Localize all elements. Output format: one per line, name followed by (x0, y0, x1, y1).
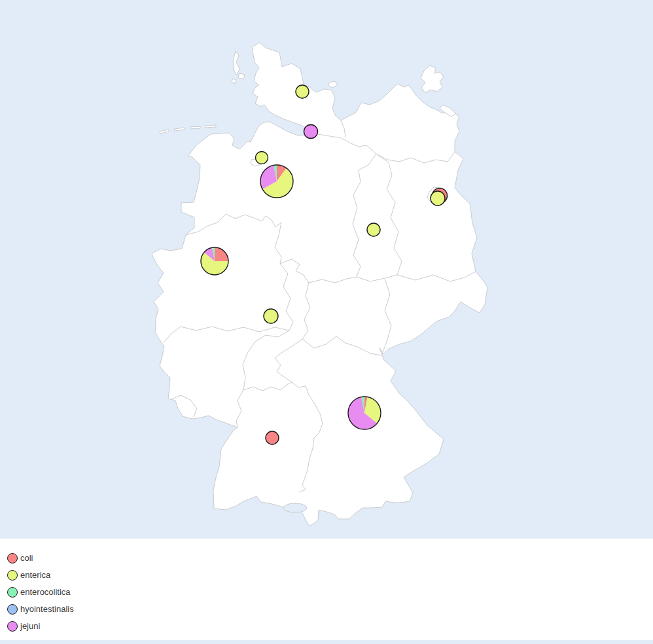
legend-item-enterocolitica: enterocolitica (7, 584, 653, 601)
island-east-frisian-4 (205, 125, 216, 128)
legend-label: coli (20, 553, 33, 564)
germany-map (0, 0, 653, 539)
legend-label: enterica (20, 570, 50, 581)
pie-berlin-enterica[interactable] (431, 191, 445, 206)
water-background: { "theme": { "water_color": "#E1ECF8", "… (0, 0, 653, 644)
pie-slice-enterica (431, 191, 445, 206)
germany-mainland (152, 43, 487, 526)
jejuni-swatch-icon (7, 621, 18, 632)
pie-slice-enterica (367, 223, 380, 236)
pie-hesse[interactable] (264, 309, 278, 323)
hyointestinalis-swatch-icon (7, 604, 18, 615)
lake-constance (283, 503, 307, 512)
pie-north-rhine-westphalia[interactable] (201, 247, 228, 275)
coli-swatch-icon (7, 553, 18, 564)
pie-bremen[interactable] (256, 152, 268, 164)
legend-label: hyointestinalis (20, 604, 74, 615)
island-east-frisian-1 (160, 130, 169, 134)
pie-slice-jejuni (304, 125, 318, 139)
legend-item-jejuni: jejuni (7, 618, 653, 635)
island-east-frisian-3 (190, 126, 200, 129)
pie-slice-enterica (256, 152, 268, 164)
enterica-swatch-icon (7, 570, 18, 581)
legend: coli enterica enterocolitica hyointestin… (0, 539, 653, 640)
island-sylt (233, 51, 239, 75)
enterocolitica-swatch-icon (7, 587, 18, 598)
pie-lower-saxony[interactable] (260, 165, 293, 198)
pie-slice-enterica (264, 309, 278, 323)
germany-outline (152, 43, 487, 526)
legend-label: enterocolitica (20, 587, 71, 598)
legend-label: jejuni (20, 621, 40, 632)
legend-item-coli: coli (7, 550, 653, 567)
island-fehmarn (328, 81, 338, 88)
island-amrum (232, 79, 236, 84)
legend-item-enterica: enterica (7, 567, 653, 584)
island-east-frisian-2 (174, 128, 185, 131)
pie-slice-enterica (296, 85, 309, 98)
pie-hamburg[interactable] (304, 125, 318, 139)
pie-schleswig-holstein[interactable] (296, 85, 309, 98)
pie-slice-coli (266, 431, 279, 444)
pie-bavaria[interactable] (348, 397, 381, 429)
map-viewport (0, 0, 653, 539)
pie-saxony-anhalt[interactable] (367, 223, 380, 236)
legend-item-hyointestinalis: hyointestinalis (7, 601, 653, 618)
island-foehr (238, 73, 245, 79)
pie-baden-wuerttemberg[interactable] (266, 431, 279, 444)
island-ruegen (421, 65, 444, 93)
